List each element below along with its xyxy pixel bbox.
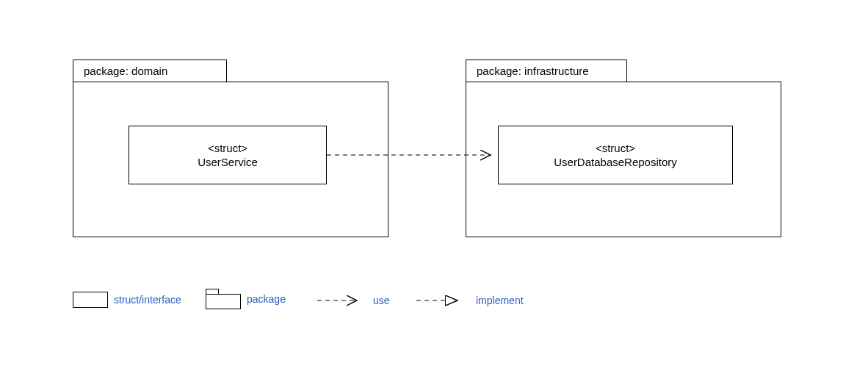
struct-user-service: <struct> UserService <box>129 126 327 184</box>
legend-struct-interface: struct/interface <box>73 292 181 308</box>
legend-package-label: package <box>247 293 286 305</box>
package-domain-label: package: domain <box>84 65 167 77</box>
legend-implement-label: implement <box>476 295 524 306</box>
legend-use: use <box>316 294 390 307</box>
legend-package-icon <box>206 289 241 309</box>
package-domain-tab: package: domain <box>73 60 227 82</box>
struct-user-database-repository-name: UserDatabaseRepository <box>554 155 677 170</box>
legend-box-icon <box>73 292 108 308</box>
legend-use-label: use <box>373 295 390 306</box>
legend-struct-label: struct/interface <box>114 294 181 306</box>
package-infrastructure-tab: package: infrastructure <box>466 60 627 82</box>
legend-implement-arrow-icon <box>415 294 470 307</box>
legend-use-arrow-icon <box>316 294 367 307</box>
struct-user-database-repository-stereotype: <struct> <box>596 141 635 156</box>
struct-user-database-repository: <struct> UserDatabaseRepository <box>498 126 733 184</box>
struct-user-service-stereotype: <struct> <box>208 141 247 156</box>
legend-package: package <box>206 289 286 309</box>
uml-diagram: package: domain <struct> UserService pac… <box>0 0 868 371</box>
package-infrastructure-label: package: infrastructure <box>477 65 589 77</box>
struct-user-service-name: UserService <box>198 155 258 170</box>
legend-implement: implement <box>415 294 524 307</box>
